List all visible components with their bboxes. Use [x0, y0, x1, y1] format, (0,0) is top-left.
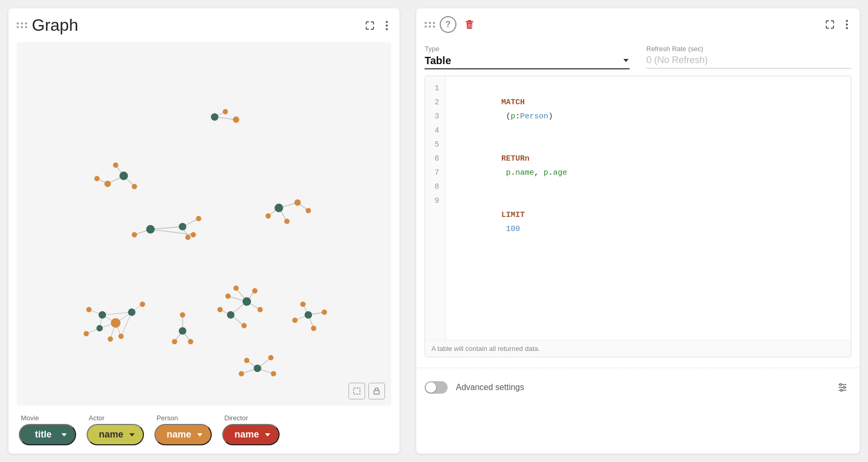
fullscreen-right-button[interactable] [822, 16, 838, 33]
svg-point-49 [111, 318, 120, 327]
fullscreen-button[interactable] [361, 17, 378, 34]
svg-point-74 [218, 307, 223, 312]
svg-point-8 [223, 109, 228, 114]
svg-point-51 [99, 311, 106, 319]
svg-point-2 [386, 28, 388, 30]
code-line-9 [454, 321, 842, 335]
advanced-settings-label: Advanced settings [456, 383, 825, 392]
selection-tool-button[interactable] [348, 383, 365, 399]
more-options-right-button[interactable] [842, 16, 851, 33]
code-line-7 [454, 293, 842, 307]
legend-category-director: Director [224, 414, 248, 422]
more-options-button[interactable] [382, 17, 391, 34]
code-editor[interactable]: 1 2 3 4 5 6 7 8 9 MATCH (p:Person) RETUR… [425, 76, 851, 357]
svg-point-96 [271, 371, 276, 376]
svg-point-64 [188, 339, 193, 344]
right-panel-header: ? [416, 8, 860, 41]
chevron-down-icon [265, 433, 270, 436]
svg-point-106 [840, 384, 842, 386]
graph-canvas-area[interactable] [17, 42, 391, 406]
svg-point-95 [244, 358, 249, 363]
svg-point-17 [94, 176, 100, 181]
code-hint: A table will contain all returned data. [425, 340, 851, 357]
drag-handle-icon[interactable] [17, 22, 28, 28]
svg-point-61 [179, 327, 186, 334]
type-dropdown-icon [622, 57, 630, 64]
svg-point-100 [846, 20, 848, 22]
svg-point-26 [306, 208, 311, 213]
legend-pill-person[interactable]: name [154, 424, 212, 445]
chevron-down-icon [197, 433, 202, 436]
svg-point-108 [840, 390, 842, 392]
svg-point-94 [268, 355, 273, 360]
svg-point-77 [252, 288, 257, 294]
drag-handle-icon[interactable] [425, 22, 436, 28]
svg-point-37 [185, 235, 190, 240]
svg-point-93 [254, 364, 261, 372]
legend-category-person: Person [156, 414, 178, 422]
legend-item-movie: Movie title [19, 414, 76, 445]
svg-point-87 [311, 325, 316, 331]
svg-point-86 [292, 318, 297, 323]
svg-rect-98 [354, 388, 360, 394]
legend-item-actor: Actor name [87, 414, 144, 445]
legend-pill-actor[interactable]: name [87, 424, 144, 445]
legend: Movie title Actor name Person name Direc… [8, 406, 400, 454]
svg-point-101 [846, 23, 848, 26]
type-group: Type Table Graph Text [425, 45, 630, 69]
svg-point-62 [180, 312, 185, 318]
svg-point-13 [119, 172, 128, 180]
svg-rect-99 [374, 391, 379, 394]
svg-point-1 [386, 25, 388, 27]
svg-point-55 [140, 301, 145, 307]
svg-point-97 [239, 371, 244, 376]
svg-point-107 [843, 386, 846, 388]
advanced-settings-row: Advanced settings [416, 372, 860, 403]
code-line-3: LIMIT 100 [454, 194, 842, 250]
svg-point-15 [132, 184, 137, 189]
svg-point-50 [128, 309, 135, 316]
toggle-knob [426, 382, 436, 393]
help-button[interactable]: ? [440, 16, 456, 33]
legend-pill-director[interactable]: name [222, 424, 280, 445]
graph-tools [348, 383, 385, 399]
right-panel: ? Type Table Graph [416, 8, 860, 454]
legend-category-actor: Actor [89, 414, 104, 422]
code-line-1: MATCH (p:Person) [454, 81, 842, 138]
left-panel: Graph [8, 8, 400, 454]
svg-point-102 [846, 27, 848, 29]
code-line-5 [454, 264, 842, 278]
svg-point-35 [132, 232, 137, 237]
graph-svg [17, 42, 391, 406]
type-select-wrapper: Table Graph Text [425, 55, 630, 69]
svg-point-72 [227, 311, 234, 319]
delete-button[interactable] [461, 16, 478, 33]
svg-point-24 [266, 213, 271, 218]
svg-point-63 [172, 339, 177, 344]
legend-pill-movie[interactable]: title [19, 424, 76, 445]
svg-point-23 [294, 199, 300, 205]
type-select[interactable]: Table Graph Text [425, 55, 622, 66]
svg-point-0 [386, 21, 388, 23]
line-numbers: 1 2 3 4 5 6 7 8 9 [425, 76, 446, 340]
svg-point-16 [113, 163, 118, 168]
svg-point-34 [190, 232, 196, 237]
svg-rect-3 [17, 85, 391, 363]
legend-pill-person-text: name [164, 429, 194, 440]
svg-point-52 [97, 325, 103, 331]
svg-point-56 [86, 307, 91, 312]
code-lines[interactable]: MATCH (p:Person) RETURn p.name, p.age LI… [446, 76, 851, 340]
legend-item-director: Director name [222, 414, 280, 445]
lock-tool-button[interactable] [368, 383, 385, 399]
advanced-settings-toggle[interactable] [425, 381, 448, 394]
legend-pill-director-text: name [232, 429, 262, 440]
sliders-button[interactable] [834, 379, 851, 396]
type-label: Type [425, 45, 630, 53]
chevron-down-icon [129, 433, 135, 436]
svg-point-75 [242, 323, 247, 328]
code-line-4 [454, 250, 842, 264]
header-actions [361, 17, 391, 34]
svg-point-54 [107, 336, 113, 342]
svg-point-85 [322, 310, 327, 315]
svg-point-33 [179, 223, 186, 230]
